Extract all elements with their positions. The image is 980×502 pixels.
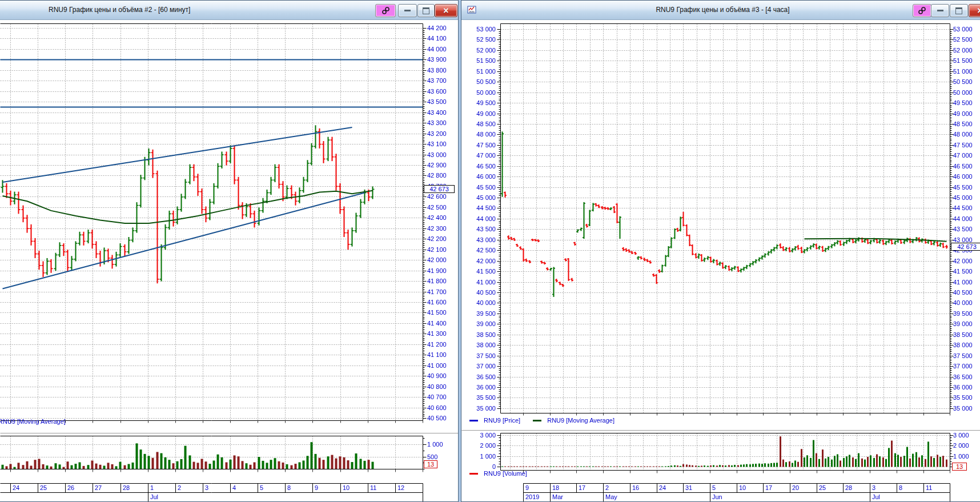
price-tick-label: 48 000 bbox=[953, 131, 973, 138]
date-label: 2 bbox=[178, 484, 181, 491]
link-charts-button[interactable] bbox=[375, 4, 396, 17]
price-tick-label: 52 500 bbox=[953, 36, 973, 43]
price-tick-label: 42 800 bbox=[427, 172, 447, 179]
legend-item: RNU9 [Moving Average] bbox=[533, 417, 614, 424]
price-tick-label: 39 500 bbox=[464, 310, 496, 317]
price-tick-label: 37 000 bbox=[953, 363, 973, 370]
price-tick-label: 41 000 bbox=[464, 279, 496, 286]
price-tick-label: 50 000 bbox=[953, 89, 973, 96]
price-tick-label: 41 600 bbox=[427, 299, 447, 306]
legend-item: RNU9 [Volume] bbox=[469, 470, 527, 477]
price-tick-label: 52 000 bbox=[953, 47, 973, 54]
price-tick-label: 41 000 bbox=[427, 362, 447, 369]
price-tick-label: 52 000 bbox=[464, 47, 496, 54]
volume-tick-label: 1 000 bbox=[427, 441, 443, 448]
volume-tick-label: 3 000 bbox=[953, 432, 969, 439]
price-tick-label: 40 900 bbox=[427, 372, 447, 379]
month-label: May bbox=[605, 493, 617, 500]
legend-item: RNU9 [Price] bbox=[469, 417, 520, 424]
date-label: 8 bbox=[287, 484, 291, 491]
chart-document-icon bbox=[467, 5, 476, 14]
date-label: 28 bbox=[123, 484, 130, 491]
price-volume-chart-canvas-60min[interactable] bbox=[0, 1, 458, 501]
price-tick-label: 46 500 bbox=[953, 163, 973, 170]
price-tick-label: 51 500 bbox=[953, 57, 973, 64]
price-tick-label: 43 500 bbox=[427, 98, 447, 105]
price-tick-label: 48 500 bbox=[464, 121, 496, 127]
date-label: 18 bbox=[552, 484, 559, 491]
volume-tick-label: 1 000 bbox=[464, 453, 496, 460]
price-tick-label: 47 000 bbox=[464, 152, 496, 159]
date-label: 25 bbox=[819, 484, 826, 491]
titlebar-4hour[interactable]: RNU9 График цены и объёма #3 - [4 часа] … bbox=[461, 1, 980, 20]
maximize-button[interactable] bbox=[950, 4, 968, 17]
price-tick-label: 41 000 bbox=[953, 279, 973, 286]
price-volume-chart-canvas-4hour[interactable] bbox=[461, 1, 980, 501]
price-tick-label: 35 000 bbox=[953, 405, 973, 412]
price-tick-label: 42 400 bbox=[427, 214, 447, 221]
price-tick-label: 43 500 bbox=[953, 226, 973, 232]
price-tick-label: 41 500 bbox=[953, 268, 973, 275]
month-label: Mar bbox=[552, 493, 563, 500]
date-label: 11 bbox=[370, 484, 376, 491]
date-label: 1 bbox=[150, 484, 154, 491]
close-button[interactable]: × bbox=[969, 4, 980, 17]
chart-window-4hour: RNU9 График цены и объёма #3 - [4 часа] … bbox=[461, 0, 980, 502]
chain-link-icon bbox=[381, 6, 390, 15]
price-tick-label: 49 500 bbox=[953, 99, 973, 106]
price-tick-label: 42 000 bbox=[953, 258, 973, 264]
mdi-workspace: RNU9 График цены и объёма #2 - [60 минут… bbox=[0, 0, 980, 502]
price-tick-label: 44 000 bbox=[427, 46, 447, 53]
current-volume-badge: 13 bbox=[424, 460, 437, 468]
price-tick-label: 43 000 bbox=[427, 151, 447, 158]
price-tick-label: 37 500 bbox=[953, 352, 973, 359]
volume-tick-label: 1 000 bbox=[953, 453, 969, 460]
chain-link-icon bbox=[918, 6, 926, 15]
price-tick-label: 49 500 bbox=[464, 99, 496, 106]
window-title: RNU9 График цены и объёма #2 - [60 минут… bbox=[49, 6, 190, 14]
legend-swatch-icon bbox=[469, 473, 478, 475]
minimize-button[interactable] bbox=[931, 4, 949, 17]
price-tick-label: 35 500 bbox=[464, 394, 496, 401]
price-tick-label: 41 900 bbox=[427, 267, 447, 274]
date-label: 8 bbox=[899, 484, 902, 491]
price-tick-label: 43 300 bbox=[427, 119, 447, 126]
price-tick-label: 37 500 bbox=[464, 352, 496, 359]
price-tick-label: 39 000 bbox=[464, 320, 496, 327]
price-tick-label: 36 500 bbox=[953, 374, 973, 380]
price-tick-label: 53 000 bbox=[464, 26, 496, 33]
close-button[interactable]: × bbox=[435, 4, 457, 17]
price-tick-label: 41 400 bbox=[427, 320, 447, 327]
price-tick-label: 40 500 bbox=[464, 289, 496, 296]
price-tick-label: 48 500 bbox=[953, 121, 973, 127]
price-tick-label: 42 000 bbox=[464, 258, 496, 264]
price-tick-label: 46 000 bbox=[464, 173, 496, 180]
price-tick-label: 36 000 bbox=[953, 384, 973, 391]
price-tick-label: 44 000 bbox=[464, 215, 496, 222]
price-tick-label: 53 000 bbox=[953, 26, 973, 33]
date-label: 5 bbox=[712, 484, 716, 491]
price-tick-label: 43 500 bbox=[464, 226, 496, 232]
price-tick-label: 46 500 bbox=[464, 163, 496, 170]
link-charts-button[interactable] bbox=[913, 4, 931, 17]
legend-label: RNU9 [Volume] bbox=[484, 470, 527, 477]
date-label: 31 bbox=[685, 484, 692, 491]
minimize-button[interactable] bbox=[398, 4, 417, 17]
date-label: 28 bbox=[845, 484, 852, 491]
date-label: 5 bbox=[260, 484, 263, 491]
price-tick-label: 43 700 bbox=[427, 77, 447, 84]
price-tick-label: 43 100 bbox=[427, 140, 447, 147]
price-tick-label: 42 200 bbox=[427, 235, 447, 242]
price-tick-label: 36 500 bbox=[464, 374, 496, 380]
price-tick-label: 40 000 bbox=[464, 299, 496, 306]
price-tick-label: 40 500 bbox=[953, 289, 973, 296]
price-tick-label: 42 600 bbox=[427, 193, 447, 200]
window-title: RNU9 График цены и объёма #3 - [4 часа] bbox=[656, 6, 789, 14]
price-tick-label: 44 200 bbox=[427, 25, 447, 31]
maximize-button[interactable] bbox=[417, 4, 435, 17]
price-tick-label: 35 000 bbox=[464, 405, 496, 412]
titlebar-60min[interactable]: RNU9 График цены и объёма #2 - [60 минут… bbox=[0, 1, 458, 20]
price-tick-label: 43 600 bbox=[427, 88, 447, 95]
date-label: 17 bbox=[765, 484, 772, 491]
price-tick-label: 52 500 bbox=[464, 36, 496, 43]
